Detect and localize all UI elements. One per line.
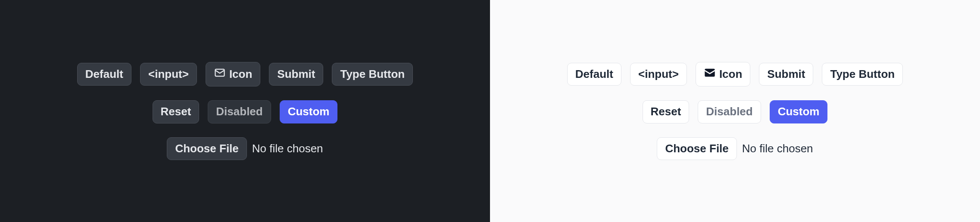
custom-button[interactable]: Custom <box>770 100 828 123</box>
default-button[interactable]: Default <box>567 63 621 86</box>
input-button[interactable]: <input> <box>630 63 687 86</box>
disabled-button: Disabled <box>208 100 271 123</box>
dark-theme-panel: Default <input> Icon Submit Type Button … <box>0 0 490 222</box>
submit-button[interactable]: Submit <box>759 63 813 86</box>
choose-file-button[interactable]: Choose File <box>167 137 247 160</box>
file-input-row: Choose File No file chosen <box>167 137 323 160</box>
reset-button[interactable]: Reset <box>643 100 690 123</box>
type-button[interactable]: Type Button <box>332 63 413 86</box>
button-row-2: Reset Disabled Custom <box>153 100 338 123</box>
icon-button-label: Icon <box>719 68 742 81</box>
reset-button[interactable]: Reset <box>153 100 200 123</box>
button-row-1: Default <input> Icon Submit Type Button <box>567 62 903 86</box>
file-status-text: No file chosen <box>252 142 323 155</box>
icon-button[interactable]: Icon <box>206 62 260 86</box>
disabled-button: Disabled <box>698 100 761 123</box>
submit-button[interactable]: Submit <box>269 63 323 86</box>
input-button[interactable]: <input> <box>140 63 197 86</box>
file-input[interactable]: Choose File No file chosen <box>167 137 323 160</box>
file-status-text: No file chosen <box>742 142 813 155</box>
file-input[interactable]: Choose File No file chosen <box>657 137 813 160</box>
mail-icon <box>704 67 716 82</box>
button-row-1: Default <input> Icon Submit Type Button <box>77 62 413 86</box>
mail-icon <box>214 67 226 82</box>
type-button[interactable]: Type Button <box>822 63 903 86</box>
icon-button-label: Icon <box>229 68 252 81</box>
custom-button[interactable]: Custom <box>280 100 338 123</box>
icon-button[interactable]: Icon <box>696 62 750 86</box>
button-row-2: Reset Disabled Custom <box>643 100 828 123</box>
choose-file-button[interactable]: Choose File <box>657 137 737 160</box>
light-theme-panel: Default <input> Icon Submit Type Button … <box>490 0 980 222</box>
file-input-row: Choose File No file chosen <box>657 137 813 160</box>
default-button[interactable]: Default <box>77 63 131 86</box>
